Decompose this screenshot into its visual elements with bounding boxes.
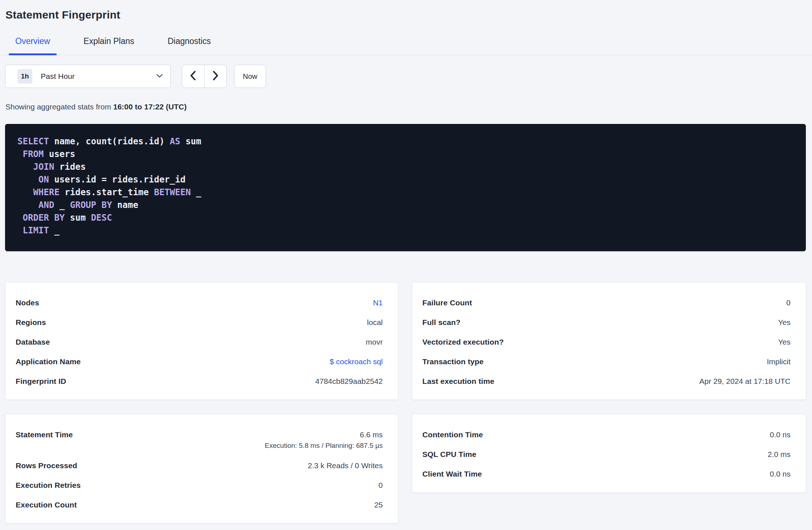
sql-line: AND _ GROUP BY name — [17, 199, 793, 212]
sql-line: FROM users — [17, 148, 793, 161]
row-value: 0 — [786, 299, 791, 306]
card-row-rows-processed: Rows Processed2.3 k Reads / 0 Writes — [16, 462, 383, 469]
summary-cards: NodesN1RegionslocalDatabasemovrApplicati… — [5, 282, 806, 523]
time-controls: 1h Past Hour Now — [5, 65, 806, 88]
sql-line: SELECT name, count(rides.id) AS sum — [17, 135, 793, 148]
row-label: Regions — [16, 318, 46, 326]
card-row-failure-count: Failure Count0 — [422, 299, 791, 306]
row-label: Fingerprint ID — [16, 377, 66, 385]
row-value: Yes — [778, 338, 791, 346]
row-value: local — [367, 318, 383, 326]
row-value: 25 — [374, 501, 383, 509]
statement-fingerprint-page: Statement Fingerprint OverviewExplain Pl… — [0, 9, 812, 530]
next-time-button[interactable] — [204, 65, 227, 88]
card-row-transaction-type: Transaction typeImplicit — [422, 358, 791, 365]
row-label: SQL CPU Time — [422, 450, 477, 458]
card-row-sql-cpu-time: SQL CPU Time2.0 ms — [422, 450, 791, 458]
sql-line: ON users.id = rides.rider_id — [17, 173, 793, 186]
card-execution-attributes: Failure Count0Full scan?YesVectorized ex… — [412, 282, 806, 400]
row-label: Application Name — [16, 358, 81, 365]
card-row-vectorized-execution: Vectorized execution?Yes — [422, 338, 791, 346]
now-button[interactable]: Now — [234, 65, 266, 88]
row-value: 4784cb829aab2542 — [315, 377, 383, 385]
row-value: Apr 29, 2024 at 17:18 UTC — [699, 377, 791, 385]
aggregated-stats-range: 16:00 to 17:22 (UTC) — [113, 103, 187, 111]
sql-line: WHERE rides.start_time BETWEEN _ — [17, 186, 793, 199]
aggregated-stats-line: Showing aggregated stats from 16:00 to 1… — [5, 103, 806, 111]
row-value: 0.0 ns — [770, 431, 791, 438]
row-value: movr — [366, 338, 383, 346]
row-value: 0.0 ns — [770, 470, 791, 478]
card-statement-timing: Statement Time6.6 msExecution: 5.8 ms / … — [5, 414, 398, 523]
row-label: Client Wait Time — [422, 470, 482, 478]
row-value[interactable]: $ cockroach sql — [330, 358, 383, 365]
card-row-application-name: Application Name$ cockroach sql — [16, 358, 383, 365]
row-value: 2.0 ms — [768, 450, 791, 458]
application-name-link[interactable]: $ cockroach sql — [330, 357, 383, 366]
card-row-contention-time: Contention Time0.0 ns — [422, 431, 791, 438]
aggregated-stats-prefix: Showing aggregated stats from — [5, 103, 113, 111]
time-range-badge: 1h — [17, 69, 32, 84]
tabs: OverviewExplain PlansDiagnostics — [0, 36, 812, 55]
card-row-full-scan: Full scan?Yes — [422, 318, 791, 326]
sql-line: JOIN rides — [17, 161, 793, 173]
chevron-down-icon — [156, 73, 163, 80]
row-value: 0 — [378, 481, 383, 489]
row-value[interactable]: N1 — [373, 299, 383, 306]
tab-explain-plans[interactable]: Explain Plans — [77, 36, 141, 55]
row-label: Statement Time — [16, 431, 73, 438]
row-label: Last execution time — [422, 377, 494, 385]
row-label: Execution Retries — [16, 481, 81, 489]
row-subvalue: Execution: 5.8 ms / Planning: 687.5 µs — [265, 442, 383, 450]
row-value: Yes — [778, 318, 791, 326]
nodes-link[interactable]: N1 — [373, 298, 383, 307]
card-row-regions: Regionslocal — [16, 318, 383, 326]
row-label: Transaction type — [422, 358, 483, 365]
tab-diagnostics[interactable]: Diagnostics — [161, 36, 217, 55]
sql-statement-box: SELECT name, count(rides.id) AS sum FROM… — [5, 124, 806, 251]
row-label: Full scan? — [422, 318, 461, 326]
page-title: Statement Fingerprint — [5, 9, 806, 21]
row-value: Implicit — [767, 358, 791, 365]
card-row-last-execution-time: Last execution timeApr 29, 2024 at 17:18… — [422, 377, 791, 385]
card-wait-times: Contention Time0.0 nsSQL CPU Time2.0 msC… — [412, 414, 806, 493]
previous-time-button[interactable] — [182, 65, 204, 88]
chevron-left-icon — [189, 70, 197, 83]
row-value: 6.6 msExecution: 5.8 ms / Planning: 687.… — [265, 431, 383, 450]
time-step-buttons — [182, 65, 227, 88]
tab-overview[interactable]: Overview — [9, 36, 57, 55]
chevron-right-icon — [212, 70, 220, 83]
sql-line: LIMIT _ — [17, 224, 793, 237]
card-statement-details: NodesN1RegionslocalDatabasemovrApplicati… — [5, 282, 398, 400]
card-row-nodes: NodesN1 — [16, 299, 383, 306]
row-label: Rows Processed — [16, 462, 77, 469]
row-label: Contention Time — [422, 431, 483, 438]
row-label: Vectorized execution? — [422, 338, 504, 346]
card-row-statement-time: Statement Time6.6 msExecution: 5.8 ms / … — [16, 431, 383, 450]
row-label: Failure Count — [422, 299, 472, 306]
card-row-client-wait-time: Client Wait Time0.0 ns — [422, 470, 791, 478]
time-range-label: Past Hour — [41, 72, 75, 81]
row-label: Execution Count — [16, 501, 77, 509]
row-label: Nodes — [16, 299, 39, 306]
row-value: 2.3 k Reads / 0 Writes — [308, 462, 383, 469]
card-row-fingerprint-id: Fingerprint ID4784cb829aab2542 — [16, 377, 383, 385]
card-row-execution-count: Execution Count25 — [16, 501, 383, 509]
row-label: Database — [16, 338, 50, 346]
time-range-dropdown[interactable]: 1h Past Hour — [5, 65, 171, 88]
card-row-execution-retries: Execution Retries0 — [16, 481, 383, 489]
sql-line: ORDER BY sum DESC — [17, 212, 793, 224]
card-row-database: Databasemovr — [16, 338, 383, 346]
